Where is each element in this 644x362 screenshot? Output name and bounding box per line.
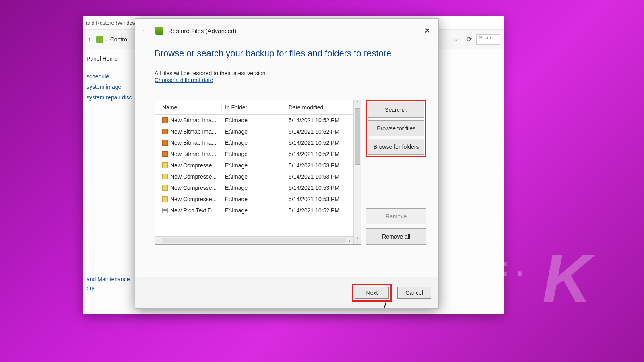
file-type-zip-icon xyxy=(162,185,168,191)
search-box[interactable]: Search xyxy=(476,34,500,45)
sidebar-footer-maintenance[interactable]: and Maintenance xyxy=(87,276,138,282)
file-folder: E:\Image xyxy=(222,140,285,146)
v-scroll-thumb[interactable] xyxy=(355,108,360,165)
scroll-left-icon[interactable]: ‹ xyxy=(155,238,162,243)
file-row[interactable]: New Bitmap Ima...E:\Image5/14/2021 10:52… xyxy=(155,148,353,160)
file-type-zip-icon xyxy=(162,196,168,202)
file-date: 5/14/2021 10:52 PM xyxy=(285,151,353,157)
file-row[interactable]: New Compresse...E:\Image5/14/2021 10:53 … xyxy=(155,182,353,193)
file-folder: E:\Image xyxy=(222,117,285,123)
restore-files-wizard: ← Restore Files (Advanced) ✕ Browse or s… xyxy=(135,18,439,309)
file-type-bmp-icon xyxy=(162,151,168,157)
file-date: 5/14/2021 10:53 PM xyxy=(285,173,353,180)
sidebar-home[interactable]: Panel Home xyxy=(87,56,138,62)
file-type-zip-icon xyxy=(162,174,168,179)
scroll-down-icon[interactable]: ˅ xyxy=(354,237,361,244)
restore-icon xyxy=(155,27,163,35)
horizontal-scrollbar[interactable]: ‹ › xyxy=(155,236,353,244)
file-name: New Compresse... xyxy=(170,185,217,191)
file-row[interactable]: New Bitmap Ima...E:\Image5/14/2021 10:52… xyxy=(155,137,353,148)
remove-button: Remove xyxy=(366,208,426,224)
file-list-header: Name In Folder Date modified xyxy=(155,100,353,115)
sidebar-link-schedule[interactable]: schedule xyxy=(87,73,138,80)
scroll-up-icon[interactable]: ˄ xyxy=(354,100,361,107)
next-button[interactable]: Next xyxy=(355,287,389,299)
file-folder: E:\Image xyxy=(222,128,285,135)
wizard-footer: Next Cancel xyxy=(135,277,438,308)
sidebar-footer-history[interactable]: ory xyxy=(87,285,138,291)
file-row[interactable]: New Compresse...E:\Image5/14/2021 10:53 … xyxy=(155,171,353,182)
file-folder: E:\Image xyxy=(222,162,285,169)
sidebar-link-repair-disc[interactable]: system repair disc xyxy=(87,94,138,101)
bg-sidebar: Panel Home schedule system image system … xyxy=(83,49,143,314)
file-type-bmp-icon xyxy=(162,117,168,123)
col-header-folder[interactable]: In Folder xyxy=(222,104,285,111)
vertical-scrollbar[interactable]: ˄ ˅ xyxy=(353,100,361,244)
file-folder: E:\Image xyxy=(222,173,285,180)
highlight-browse-buttons: Search... Browse for files Browse for fo… xyxy=(366,100,426,157)
file-row[interactable]: New Bitmap Ima...E:\Image5/14/2021 10:52… xyxy=(155,115,353,126)
file-folder: E:\Image xyxy=(222,207,285,214)
file-row[interactable]: New Rich Text D...E:\Image5/14/2021 10:5… xyxy=(155,205,353,216)
close-icon[interactable]: ✕ xyxy=(419,24,435,37)
file-row[interactable]: New Compresse...E:\Image5/14/2021 10:53 … xyxy=(155,193,353,205)
file-name: New Bitmap Ima... xyxy=(170,151,216,157)
file-date: 5/14/2021 10:52 PM xyxy=(285,117,353,123)
file-date: 5/14/2021 10:52 PM xyxy=(285,207,353,214)
file-date: 5/14/2021 10:53 PM xyxy=(285,162,353,169)
file-folder: E:\Image xyxy=(222,196,285,202)
file-date: 5/14/2021 10:52 PM xyxy=(285,128,353,135)
highlight-next-button: Next xyxy=(352,284,392,302)
scroll-right-icon[interactable]: › xyxy=(346,238,353,243)
search-button[interactable]: Search... xyxy=(368,102,424,118)
file-type-zip-icon xyxy=(162,162,168,168)
h-scroll-track[interactable] xyxy=(162,238,346,243)
nav-up-icon[interactable]: ↑ xyxy=(86,36,93,43)
col-header-date[interactable]: Date modified xyxy=(285,104,353,111)
breadcrumb-sep: › xyxy=(106,36,108,43)
wizard-subtext: All files will be restored to their late… xyxy=(155,70,426,76)
file-folder: E:\Image xyxy=(222,151,285,157)
refresh-icon[interactable]: ⟳ xyxy=(465,35,473,43)
breadcrumb[interactable]: › Contro xyxy=(96,36,127,43)
file-name: New Rich Text D... xyxy=(170,207,217,214)
wizard-titlebar: ← Restore Files (Advanced) ✕ xyxy=(135,19,438,43)
cancel-button[interactable]: Cancel xyxy=(397,287,431,299)
remove-all-button[interactable]: Remove all xyxy=(366,228,426,245)
file-list: Name In Folder Date modified New Bitmap … xyxy=(155,100,361,245)
address-dropdown-icon[interactable]: ⌵ xyxy=(450,35,462,43)
file-type-bmp-icon xyxy=(162,140,168,146)
file-name: New Bitmap Ima... xyxy=(170,140,216,146)
browse-folders-button[interactable]: Browse for folders xyxy=(368,139,424,155)
file-folder: E:\Image xyxy=(222,185,285,191)
file-date: 5/14/2021 10:53 PM xyxy=(285,185,353,191)
file-type-bmp-icon xyxy=(162,129,168,134)
file-name: New Compresse... xyxy=(170,162,217,169)
file-name: New Compresse... xyxy=(170,173,217,180)
watermark-k-icon: K xyxy=(542,239,588,318)
wizard-title: Restore Files (Advanced) xyxy=(168,27,236,34)
file-date: 5/14/2021 10:53 PM xyxy=(285,196,353,202)
file-date: 5/14/2021 10:52 PM xyxy=(285,140,353,146)
watermark-dots-icon: : . xyxy=(500,252,523,282)
file-row[interactable]: New Compresse...E:\Image5/14/2021 10:53 … xyxy=(155,160,353,171)
file-name: New Compresse... xyxy=(170,196,217,202)
browse-files-button[interactable]: Browse for files xyxy=(368,120,424,136)
control-panel-icon xyxy=(96,36,103,43)
file-name: New Bitmap Ima... xyxy=(170,117,216,123)
file-type-rtf-icon xyxy=(162,208,168,213)
sidebar-link-system-image[interactable]: system image xyxy=(87,84,138,90)
file-row[interactable]: New Bitmap Ima...E:\Image5/14/2021 10:52… xyxy=(155,126,353,137)
col-header-name[interactable]: Name xyxy=(155,104,222,111)
file-name: New Bitmap Ima... xyxy=(170,128,216,135)
wizard-heading: Browse or search your backup for files a… xyxy=(155,48,426,59)
choose-different-date-link[interactable]: Choose a different date xyxy=(155,77,213,83)
breadcrumb-text: Contro xyxy=(110,36,127,43)
wizard-back-icon[interactable]: ← xyxy=(141,25,151,36)
